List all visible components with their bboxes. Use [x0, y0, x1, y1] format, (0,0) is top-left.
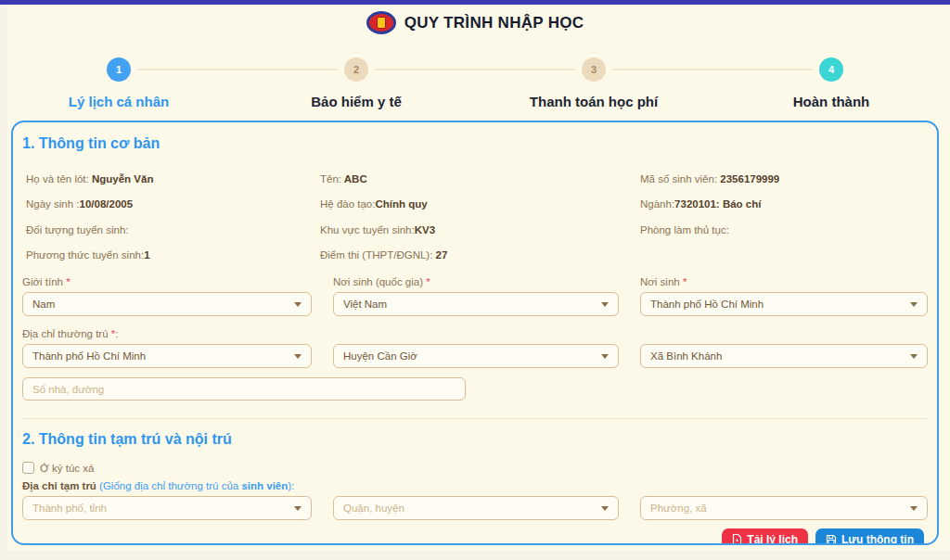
permanent-ward-select[interactable]: Xã Bình Khánh: [640, 344, 928, 368]
temp-address-label: Địa chỉ tạm trú (Giống địa chỉ thường tr…: [22, 480, 928, 491]
permanent-city-select[interactable]: Thành phố Hồ Chí Minh: [22, 344, 312, 368]
birth-place-select[interactable]: Thành phố Hồ Chí Minh: [640, 292, 928, 316]
enrollment-form-card: 1. Thông tin cơ bản Họ và tên lót: Nguyễ…: [11, 121, 939, 545]
enrollment-stepper: 1 Lý lịch cá nhân 2 Bảo hiểm y tế 3 Than…: [0, 57, 950, 109]
permanent-address-row: Thành phố Hồ Chí Minh Huyện Cần Giờ Xã B…: [22, 344, 928, 368]
info-admission-method: Phương thức tuyển sinh:1: [26, 246, 320, 262]
permanent-address-label: Địa chỉ thường trú *:: [22, 328, 928, 339]
step-4-indicator[interactable]: 4: [819, 57, 843, 82]
page-title: QUY TRÌNH NHẬP HỌC: [404, 14, 584, 32]
step-health-insurance[interactable]: 2 Bảo hiểm y tế: [238, 57, 475, 109]
step-4-label[interactable]: Hoàn thành: [793, 94, 870, 109]
dorm-checkbox-row[interactable]: Ở ký túc xá: [22, 462, 928, 474]
step-tuition-payment[interactable]: 3 Thanh toán học phí: [475, 57, 712, 109]
info-procedure-room: Phòng làm thủ tục:: [640, 221, 928, 237]
save-icon: [826, 534, 837, 545]
temp-ward-select[interactable]: Phường, xã: [640, 496, 928, 520]
gender-select[interactable]: Nam: [22, 292, 312, 316]
step-3-label[interactable]: Thanh toán học phí: [530, 94, 658, 109]
street-address-input[interactable]: [22, 377, 466, 401]
chevron-down-icon: [294, 506, 302, 511]
info-birth-date: Ngày sinh :10/08/2005: [26, 195, 320, 211]
birth-place-label: Nơi sinh *: [640, 276, 928, 287]
download-profile-button[interactable]: Tải lý lịch: [722, 528, 808, 545]
file-download-icon: [732, 534, 742, 545]
info-student-id: Mã số sinh viên: 2356179999: [640, 170, 928, 186]
chevron-down-icon: [294, 302, 302, 307]
info-first-name: Tên: ABC: [320, 170, 640, 186]
info-full-name: Họ và tên lót: Nguyễn Văn: [26, 170, 320, 186]
section-temp-residence-title: 2. Thông tin tạm trú và nội trú: [22, 431, 928, 448]
page-header: QUY TRÌNH NHẬP HỌC: [0, 11, 950, 34]
step-2-label[interactable]: Bảo hiểm y tế: [311, 94, 402, 109]
info-admission-target: Đối tượng tuyển sinh:: [26, 221, 320, 237]
info-training-system: Hệ đào tạo:Chính quy: [320, 195, 640, 211]
step-1-label[interactable]: Lý lịch cá nhân: [69, 94, 169, 109]
chevron-down-icon: [910, 506, 918, 511]
basic-info-grid: Họ và tên lót: Nguyễn Văn Tên: ABC Mã số…: [22, 165, 928, 267]
chevron-down-icon: [910, 354, 918, 359]
step-1-indicator[interactable]: 1: [107, 57, 131, 82]
school-logo-icon: [366, 11, 396, 34]
school-logo-emblem: [377, 17, 386, 29]
step-3-indicator[interactable]: 3: [582, 57, 606, 82]
chevron-down-icon: [601, 354, 609, 359]
info-exam-score: Điểm thi (THPT/ĐGNL): 27: [320, 246, 640, 262]
section-divider: [22, 418, 928, 419]
chevron-down-icon: [601, 506, 609, 511]
birth-country-label: Nơi sinh (quốc gia) *: [333, 276, 619, 287]
temp-district-select[interactable]: Quận, huyện: [333, 496, 619, 520]
info-major: Ngành:7320101: Báo chí: [640, 195, 928, 211]
info-admission-area: Khu vực tuyển sinh:KV3: [320, 221, 640, 237]
step-personal-info[interactable]: 1 Lý lịch cá nhân: [0, 57, 238, 109]
save-info-button[interactable]: Lưu thông tin: [815, 528, 924, 545]
gender-label: Giới tính *: [22, 276, 312, 287]
dorm-checkbox-label[interactable]: Ở ký túc xá: [40, 463, 94, 474]
birth-country-select[interactable]: Việt Nam: [333, 292, 619, 316]
section-basic-info-title: 1. Thông tin cơ bản: [22, 135, 928, 152]
permanent-district-select[interactable]: Huyện Cần Giờ: [333, 344, 619, 368]
temp-address-row: Thành phố, tỉnh Quận, huyện Phường, xã: [22, 496, 928, 520]
form-actions: Tải lý lịch Lưu thông tin: [22, 528, 928, 545]
chevron-down-icon: [601, 302, 609, 307]
select-labels-row: Giới tính * Nơi sinh (quốc gia) * Nơi si…: [22, 267, 928, 292]
step-2-indicator[interactable]: 2: [344, 57, 368, 82]
dorm-checkbox[interactable]: [22, 462, 34, 474]
select-row: Nam Việt Nam Thành phố Hồ Chí Minh: [22, 292, 928, 316]
chevron-down-icon: [910, 302, 918, 307]
step-complete[interactable]: 4 Hoàn thành: [712, 57, 950, 109]
temp-city-select[interactable]: Thành phố, tỉnh: [22, 496, 312, 520]
chevron-down-icon: [294, 354, 302, 359]
